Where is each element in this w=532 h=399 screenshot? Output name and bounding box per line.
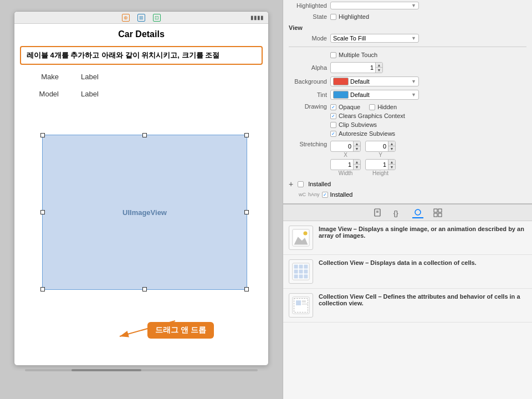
state-value: Highlighted <box>339 13 369 20</box>
height-stepper[interactable]: ▲ ▼ <box>365 159 396 170</box>
width-decrement[interactable]: ▼ <box>354 165 360 170</box>
collectionviewcell-text: Collection View Cell – Defines the attri… <box>319 293 526 306</box>
state-row: State Highlighted <box>289 11 526 22</box>
svg-text:{}: {} <box>393 209 398 217</box>
wc-installed-label: Installed <box>330 191 353 198</box>
alpha-row: Alpha ▲ ▼ <box>289 60 526 75</box>
lib-grid-icon[interactable] <box>432 207 443 218</box>
wc-installed-checkbox[interactable] <box>322 192 328 198</box>
autoresize-checkbox[interactable] <box>330 131 336 137</box>
x-input[interactable] <box>331 142 353 150</box>
clears-graphics-checkbox[interactable] <box>330 113 336 119</box>
handle-br[interactable] <box>244 287 249 291</box>
tint-row: Tint Default ▼ <box>289 88 526 101</box>
library-item-collectionviewcell[interactable]: Collection View Cell – Defines the attri… <box>283 289 532 323</box>
clears-graphics-label: Clears Graphics Context <box>339 112 405 119</box>
handle-ml[interactable] <box>40 210 45 214</box>
width-stepper[interactable]: ▲ ▼ <box>330 159 361 170</box>
collectionviewcell-thumb <box>289 293 313 318</box>
alpha-stepper[interactable]: ▲ ▼ <box>330 62 383 73</box>
svg-rect-20 <box>304 269 308 273</box>
model-val: Label <box>81 90 99 98</box>
lib-code-icon[interactable]: {} <box>392 207 403 218</box>
uiimageview[interactable]: UIImageView <box>42 135 247 290</box>
alpha-input[interactable] <box>331 64 375 71</box>
drawing-label: Drawing <box>289 103 330 110</box>
width-increment[interactable]: ▲ <box>354 160 360 165</box>
autoresize-label: Autoresize Subviews <box>339 130 395 137</box>
handle-bm[interactable] <box>142 287 147 291</box>
stretching-label: Stretching <box>289 141 330 147</box>
clip-subviews-checkbox[interactable] <box>330 122 336 128</box>
x-stepper[interactable]: ▲ ▼ <box>330 141 361 152</box>
library-item-collectionview[interactable]: Collection View – Displays data in a col… <box>283 255 532 289</box>
mode-select[interactable]: Scale To Fill ▼ <box>330 34 419 43</box>
library-items: Image View – Displays a single image, or… <box>283 221 532 399</box>
imageview-thumb <box>289 226 313 250</box>
plus-icon[interactable]: + <box>289 180 293 188</box>
lib-circle-icon[interactable] <box>412 207 423 218</box>
handle-tm[interactable] <box>142 133 147 137</box>
height-increment[interactable]: ▲ <box>388 160 395 165</box>
stretching-wh: ▲ ▼ Width ▲ ▼ <box>330 159 396 176</box>
x-stepper-btns: ▲ ▼ <box>353 141 360 151</box>
lib-file-icon[interactable] <box>372 207 383 218</box>
mode-row: Mode Scale To Fill ▼ <box>289 32 526 44</box>
handle-tr[interactable] <box>244 133 249 137</box>
library-item-imageview[interactable]: Image View – Displays a single image, or… <box>283 221 532 255</box>
right-panel: Highlighted ▼ State Highlighted View Mod… <box>283 0 532 399</box>
handle-bl[interactable] <box>40 287 45 291</box>
make-row: Make Label <box>14 68 268 85</box>
separator <box>289 47 526 47</box>
imageview-text: Image View – Displays a single image, or… <box>319 226 526 239</box>
titlebar-icon-green: ⊡ <box>153 14 161 22</box>
x-decrement[interactable]: ▼ <box>354 146 360 151</box>
vc-title: Car Details <box>14 24 268 43</box>
bottom-scrollbar[interactable] <box>14 368 269 372</box>
highlighted-select[interactable]: ▼ <box>330 2 419 9</box>
svg-rect-23 <box>304 274 308 278</box>
tint-chevron-icon: ▼ <box>411 92 416 98</box>
tint-select[interactable]: Default ▼ <box>330 90 419 100</box>
highlighted-row: Highlighted ▼ <box>289 0 526 11</box>
multiple-touch-checkbox[interactable] <box>330 52 336 58</box>
handle-tl[interactable] <box>40 133 45 137</box>
multiple-touch-text: Multiple Touch <box>339 52 377 58</box>
mode-value: Scale To Fill <box>333 35 366 42</box>
state-checkbox[interactable] <box>330 14 336 20</box>
collectionview-title: Collection View – Displays data in a col… <box>319 259 526 266</box>
hidden-label: Hidden <box>377 104 397 110</box>
svg-point-13 <box>303 231 307 235</box>
drawing-options: Opaque Hidden Clears Graphics Context Cl… <box>330 103 405 137</box>
left-panel: ▷ ⊕ ⊞ ⊡ ▮▮▮▮ Car Details 레이블 4개를 추가하고 아래… <box>0 0 283 399</box>
library-panel: {} Ima <box>283 204 532 399</box>
y-input[interactable] <box>366 142 388 150</box>
wc-installed-row: wC hAny Installed <box>289 190 526 199</box>
library-toolbar: {} <box>283 204 532 221</box>
y-stepper[interactable]: ▲ ▼ <box>365 141 396 152</box>
alpha-increment[interactable]: ▲ <box>376 63 382 68</box>
svg-rect-10 <box>438 213 442 217</box>
view-section-title: View <box>289 22 526 32</box>
hidden-checkbox[interactable] <box>369 104 375 110</box>
y-decrement[interactable]: ▼ <box>388 146 395 151</box>
svg-rect-19 <box>299 269 303 273</box>
x-increment[interactable]: ▲ <box>354 141 360 146</box>
y-increment[interactable]: ▲ <box>388 141 395 146</box>
width-input[interactable] <box>331 161 353 168</box>
handle-mr[interactable] <box>244 210 249 214</box>
background-chevron-icon: ▼ <box>411 79 416 84</box>
height-input[interactable] <box>366 161 388 168</box>
plus-installed-row: + Installed <box>289 178 526 190</box>
height-decrement[interactable]: ▼ <box>388 165 395 170</box>
svg-rect-28 <box>302 303 308 305</box>
opaque-checkbox[interactable] <box>330 104 336 110</box>
width-field: ▲ ▼ Width <box>330 159 361 176</box>
installed-checkbox[interactable] <box>298 181 304 187</box>
alpha-decrement[interactable]: ▼ <box>376 68 382 73</box>
drag-label: 드래그 앤 드롭 <box>147 322 214 339</box>
background-select[interactable]: Default ▼ <box>330 76 419 86</box>
svg-rect-27 <box>302 300 306 303</box>
height-field: ▲ ▼ Height <box>365 159 396 176</box>
model-key: Model <box>25 90 59 98</box>
